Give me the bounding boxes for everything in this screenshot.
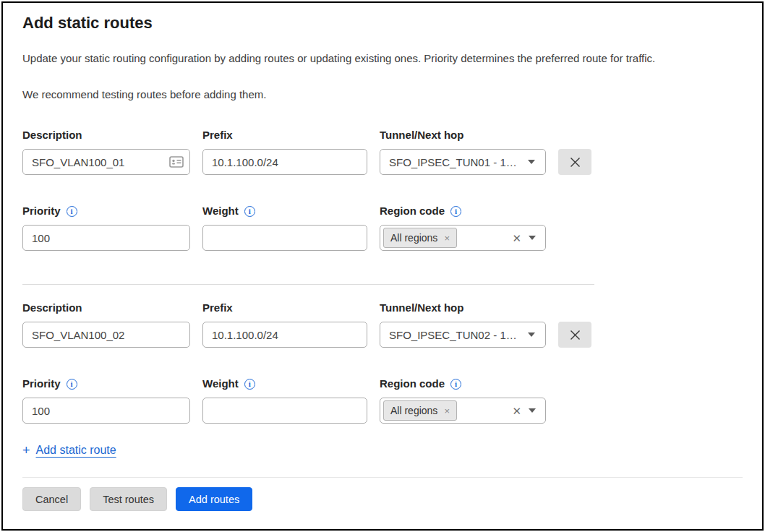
priority-label: Priority i	[22, 377, 190, 391]
chevron-down-icon	[529, 236, 536, 240]
priority-input[interactable]	[22, 225, 190, 251]
remove-route-button[interactable]	[558, 322, 591, 348]
region-code-label: Region code i	[380, 204, 546, 218]
dialog-recommendation: We recommend testing routes before addin…	[22, 87, 743, 102]
region-code-label: Region code i	[380, 377, 546, 391]
tunnel-label: Tunnel/Next hop	[380, 128, 546, 142]
add-static-routes-dialog: Add static routes Update your static rou…	[1, 1, 764, 531]
cancel-button[interactable]: Cancel	[22, 487, 81, 511]
chevron-down-icon	[528, 160, 535, 164]
contact-card-icon	[169, 155, 184, 168]
clear-selection-icon[interactable]: ✕	[512, 406, 521, 416]
tunnel-label: Tunnel/Next hop	[380, 301, 546, 315]
weight-label: Weight i	[202, 377, 367, 391]
add-routes-button[interactable]: Add routes	[176, 487, 252, 511]
region-select[interactable]: All regions × ✕	[380, 225, 546, 251]
tunnel-select[interactable]: SFO_IPSEC_TUN01 - 10.25...	[380, 149, 546, 175]
region-select[interactable]: All regions × ✕	[380, 398, 546, 424]
weight-label-text: Weight	[202, 377, 239, 391]
region-chip-label: All regions	[390, 405, 437, 416]
weight-label: Weight i	[202, 204, 367, 218]
page-title: Add static routes	[22, 13, 743, 33]
priority-input[interactable]	[22, 398, 190, 424]
description-input[interactable]	[22, 149, 190, 175]
remove-route-button[interactable]	[558, 149, 591, 175]
info-icon[interactable]: i	[244, 379, 255, 390]
prefix-label: Prefix	[202, 301, 367, 315]
prefix-input[interactable]	[202, 322, 367, 348]
route-divider	[22, 284, 594, 285]
region-chip: All regions ×	[383, 228, 457, 248]
info-icon[interactable]: i	[450, 379, 461, 390]
route-block-2: Description Prefix Tunnel/Next hop SFO_I…	[22, 301, 743, 424]
chevron-down-icon	[529, 408, 536, 413]
prefix-input[interactable]	[202, 149, 367, 175]
info-icon[interactable]: i	[67, 379, 77, 390]
clear-selection-icon[interactable]: ✕	[512, 233, 521, 244]
tunnel-select-value: SFO_IPSEC_TUN01 - 10.25...	[389, 156, 521, 168]
weight-input[interactable]	[202, 398, 367, 424]
description-label: Description	[22, 128, 190, 142]
weight-input[interactable]	[202, 225, 367, 251]
plus-icon: +	[22, 444, 30, 457]
info-icon[interactable]: i	[67, 206, 77, 217]
close-icon	[569, 329, 581, 341]
close-icon	[569, 156, 581, 168]
chip-remove-icon[interactable]: ×	[444, 233, 450, 243]
region-chip: All regions ×	[383, 400, 457, 421]
region-code-label-text: Region code	[380, 204, 445, 218]
tunnel-select-value: SFO_IPSEC_TUN02 - 10.25...	[389, 329, 521, 341]
priority-label: Priority i	[22, 204, 190, 218]
add-static-route-row: + Add static route	[22, 444, 743, 457]
priority-label-text: Priority	[22, 204, 61, 218]
chevron-down-icon	[528, 332, 535, 337]
routes-form: Description Prefix Tunnel/Next hop	[22, 128, 743, 457]
dialog-description: Update your static routing configuration…	[22, 51, 743, 66]
priority-label-text: Priority	[22, 377, 61, 391]
description-label: Description	[22, 301, 190, 315]
region-code-label-text: Region code	[380, 377, 445, 391]
tunnel-select[interactable]: SFO_IPSEC_TUN02 - 10.25...	[380, 322, 546, 348]
dialog-footer: Cancel Test routes Add routes	[22, 477, 743, 511]
prefix-label: Prefix	[202, 128, 367, 142]
add-static-route-link[interactable]: Add static route	[36, 444, 116, 457]
chip-remove-icon[interactable]: ×	[444, 406, 450, 416]
weight-label-text: Weight	[202, 204, 239, 218]
info-icon[interactable]: i	[450, 206, 461, 217]
description-input[interactable]	[22, 322, 190, 348]
region-chip-label: All regions	[390, 232, 437, 244]
info-icon[interactable]: i	[244, 206, 255, 217]
test-routes-button[interactable]: Test routes	[90, 487, 167, 511]
route-block-1: Description Prefix Tunnel/Next hop	[22, 128, 743, 251]
